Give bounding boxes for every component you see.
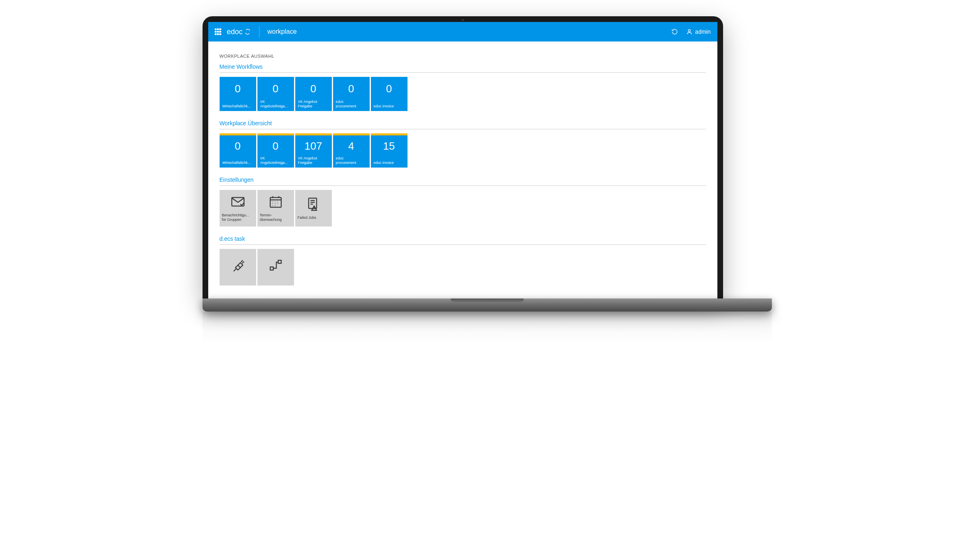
decs-tile-nodes[interactable] — [257, 249, 294, 285]
settings-tile-row: Benachrichtigu... für Gruppen — [220, 190, 706, 227]
tile-label: edoc invoice — [374, 161, 405, 165]
tile-label: edoc invoice — [374, 104, 405, 109]
plug-icon — [231, 258, 245, 274]
tile-label: VK Angebot Freigabe — [298, 156, 329, 165]
failed-jobs-icon — [306, 197, 321, 213]
tile-label: Failed Jobs — [298, 216, 329, 220]
tile-label: VK Angebotsfreiga... SAP — [260, 156, 291, 165]
section-overview: Workplace Übersicht 0 Wirtschaftslichk..… — [220, 120, 706, 168]
section-settings: Einstellungen Benachrichtigu... für Grup… — [220, 176, 706, 227]
tile-label: edoc procurement — [336, 156, 367, 165]
tile-count: 0 — [257, 77, 294, 100]
settings-tile-notifications[interactable]: Benachrichtigu... für Gruppen — [220, 190, 256, 227]
tile-label: Termin- überwachung — [260, 213, 292, 222]
tile-count: 107 — [295, 135, 332, 157]
user-icon — [686, 28, 693, 35]
section-title-overview: Workplace Übersicht — [220, 120, 706, 129]
tile-count: 0 — [333, 77, 370, 100]
tile-label: Wirtschaftslichk... — [222, 161, 253, 165]
tile-count: 0 — [295, 77, 332, 100]
workflow-tile-wirtschaft[interactable]: 0 Wirtschaftslichk... — [220, 77, 256, 111]
svg-point-0 — [689, 30, 691, 32]
overview-tile-edoc-invoice[interactable]: 15 edoc invoice — [371, 133, 407, 168]
section-decs-task: d.ecs task — [220, 235, 706, 285]
header-divider — [259, 26, 259, 37]
overview-tile-wirtschaft[interactable]: 0 Wirtschaftslichk... — [220, 133, 256, 168]
decs-tile-row — [220, 249, 706, 285]
svg-rect-14 — [309, 198, 317, 209]
workflow-tile-edoc-invoice[interactable]: 0 edoc invoice — [371, 77, 407, 111]
tile-count: 15 — [371, 135, 407, 157]
brand-cycle-icon — [244, 28, 251, 35]
overview-tile-vk-angebot-freigabe[interactable]: 107 VK Angebot Freigabe — [295, 133, 332, 168]
screen: edoc workplace — [208, 22, 717, 299]
svg-rect-24 — [278, 260, 281, 264]
user-menu[interactable]: admin — [686, 28, 710, 35]
svg-line-20 — [233, 269, 236, 271]
overview-tile-edoc-procurement[interactable]: 4 edoc procurement — [333, 133, 370, 168]
tile-label: Wirtschaftslichk... — [222, 104, 253, 109]
settings-tile-termin[interactable]: Termin- überwachung — [257, 190, 294, 227]
laptop-notch — [451, 299, 524, 303]
tile-label: edoc procurement — [336, 100, 367, 109]
section-title-settings: Einstellungen — [220, 176, 706, 186]
laptop-base — [203, 299, 772, 312]
tile-count: 4 — [333, 135, 370, 157]
mail-check-icon — [231, 194, 245, 211]
section-title-decs: d.ecs task — [220, 235, 706, 245]
workflow-tile-edoc-procurement[interactable]: 0 edoc procurement — [333, 77, 370, 111]
svg-line-22 — [242, 261, 244, 264]
app-name: workplace — [268, 28, 297, 35]
decs-tile-plug[interactable] — [220, 249, 256, 285]
overview-tile-row: 0 Wirtschaftslichk... 0 VK Angebotsfreig… — [220, 133, 706, 168]
calendar-icon — [268, 194, 283, 211]
header-left: edoc workplace — [215, 26, 297, 37]
content-area: WORKPLACE AUSWAHL Meine Workflows 0 Wirt… — [208, 41, 717, 299]
refresh-icon[interactable] — [671, 28, 678, 35]
workflows-tile-row: 0 Wirtschaftslichk... 0 VK Angebotsfreig… — [220, 77, 706, 111]
laptop-frame: edoc workplace — [203, 16, 723, 299]
workflow-tile-vk-angebot-freigabe[interactable]: 0 VK Angebot Freigabe — [295, 77, 332, 111]
workflow-tile-vk-angebotsfreigabe-sap[interactable]: 0 VK Angebotsfreiga... SAP — [257, 77, 294, 111]
user-label: admin — [695, 28, 710, 35]
laptop-reflection — [203, 312, 772, 344]
tile-label: VK Angebot Freigabe — [298, 100, 329, 109]
header-right: admin — [671, 28, 710, 35]
tile-count: 0 — [220, 77, 256, 100]
tile-count: 0 — [371, 77, 407, 100]
tile-label: Benachrichtigu... für Gruppen — [222, 213, 254, 222]
apps-grid-icon[interactable] — [215, 28, 221, 35]
camera-dot — [462, 19, 464, 21]
section-title-workflows: Meine Workflows — [220, 63, 706, 73]
svg-rect-23 — [270, 267, 273, 270]
brand-logo[interactable]: edoc — [227, 28, 251, 36]
tile-label: VK Angebotsfreiga... SAP — [260, 100, 291, 109]
tile-count: 0 — [220, 135, 256, 157]
settings-tile-failed-jobs[interactable]: Failed Jobs — [295, 190, 332, 227]
brand-text: edoc — [227, 28, 243, 36]
overview-tile-vk-angebotsfreigabe-sap[interactable]: 0 VK Angebotsfreiga... SAP — [257, 133, 294, 168]
svg-rect-2 — [270, 198, 281, 207]
nodes-icon — [268, 258, 283, 274]
tile-count: 0 — [257, 135, 294, 157]
svg-line-21 — [241, 260, 243, 262]
app-header: edoc workplace — [208, 22, 717, 41]
page-title: WORKPLACE AUSWAHL — [220, 54, 706, 59]
section-workflows: Meine Workflows 0 Wirtschaftslichk... 0 … — [220, 63, 706, 111]
